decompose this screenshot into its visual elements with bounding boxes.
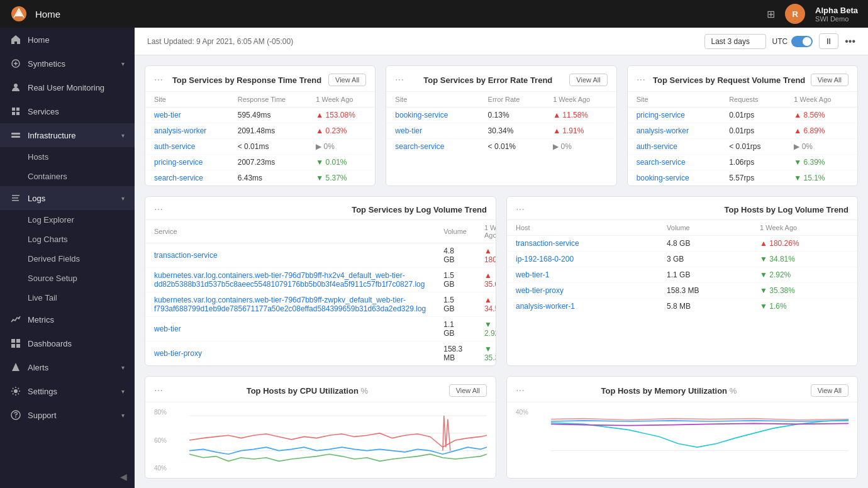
sidebar-item-rum[interactable]: Real User Monitoring (0, 75, 135, 99)
top-row: ⋯ Top Services by Response Time Trend Vi… (145, 65, 858, 186)
trend-value: ▶ 0% (785, 139, 857, 155)
trend-value: ▲ 35.04% (476, 268, 496, 292)
site-link[interactable]: search-service (145, 170, 229, 186)
sidebar-item-logs[interactable]: Logs ▾ (0, 186, 135, 210)
avatar[interactable]: R (785, 4, 805, 24)
sidebar-item-hosts[interactable]: Hosts (0, 147, 135, 167)
site-link[interactable]: pricing-service (145, 155, 229, 170)
table-row: booking-service 0.13% ▲ 11.58% (386, 108, 616, 123)
table-row: auth-service < 0.01rps ▶ 0% (628, 139, 857, 155)
col-requests: Requests (720, 92, 785, 108)
table-row: web-tier-1 1.1 GB ▼ 2.92% (507, 267, 857, 283)
grid-icon[interactable]: ⊞ (767, 8, 775, 20)
site-link[interactable]: auth-service (145, 139, 229, 155)
request-value: < 0.01rps (720, 139, 785, 155)
service-link[interactable]: transaction-service (145, 243, 435, 268)
support-chevron: ▾ (121, 412, 125, 419)
sidebar-logs-label: Logs (28, 194, 115, 203)
sidebar-rum-label: Real User Monitoring (28, 83, 125, 92)
log-services-header: ⋯ Top Services by Log Volume Trend (145, 197, 496, 220)
sidebar-infrastructure-label: Infrastructure (28, 131, 115, 140)
sidebar-item-dashboards[interactable]: Dashboards (0, 331, 135, 355)
sidebar-item-synthetics[interactable]: Synthetics ▾ (0, 52, 135, 75)
sidebar-item-log-explorer[interactable]: Log Explorer (0, 210, 135, 230)
sidebar-item-containers[interactable]: Containers (0, 167, 135, 186)
table-row: kubernetes.var.log.containers.web-tier-7… (145, 268, 496, 292)
cpu-header: ⋯ Top Hosts by CPU Utilization % View Al… (145, 377, 496, 402)
host-link[interactable]: web-tier-proxy (507, 283, 658, 299)
trend-value: ▼ 6.39% (785, 155, 857, 170)
service-link[interactable]: web-tier (145, 317, 435, 341)
sidebar-item-settings[interactable]: Settings ▾ (0, 379, 135, 403)
sidebar-item-live-tail[interactable]: Live Tail (0, 288, 135, 308)
site-link[interactable]: auth-service (628, 139, 720, 155)
col-week-ago-s: 1 Week Ago (476, 220, 496, 243)
request-volume-table: Site Requests 1 Week Ago pricing-service… (628, 92, 857, 186)
site-link[interactable]: search-service (386, 139, 479, 155)
host-link[interactable]: ip-192-168-0-200 (507, 252, 658, 267)
service-link[interactable]: web-tier-proxy (145, 341, 435, 366)
sidebar-support-label: Support (28, 411, 115, 420)
site-link[interactable]: pricing-service (628, 108, 720, 123)
sidebar-item-home[interactable]: Home (0, 28, 135, 52)
trend-value: ▼ 35.38% (751, 283, 857, 299)
sidebar-item-derived-fields[interactable]: Derived Fields (0, 249, 135, 269)
request-value: 5.57rps (720, 170, 785, 186)
svg-rect-13 (16, 339, 20, 343)
utc-toggle-switch[interactable] (791, 36, 813, 47)
svg-rect-15 (16, 344, 20, 348)
site-link[interactable]: web-tier (145, 108, 229, 123)
logo-icon (10, 5, 28, 23)
trend-value: ▲ 153.08% (307, 108, 375, 123)
sidebar-item-infrastructure[interactable]: Infrastructure ▾ (0, 123, 135, 147)
site-link[interactable]: analysis-worker (145, 123, 229, 139)
request-value: 0.01rps (720, 108, 785, 123)
svg-rect-10 (12, 197, 18, 199)
sidebar-item-metrics[interactable]: Metrics (0, 308, 135, 331)
sidebar-item-alerts[interactable]: Alerts ▾ (0, 355, 135, 379)
sidebar-item-services[interactable]: Services (0, 99, 135, 123)
sidebar-item-source-setup[interactable]: Source Setup (0, 269, 135, 288)
host-link[interactable]: transaction-service (507, 236, 658, 252)
memory-view-all[interactable]: View All (811, 384, 849, 397)
time-range-select[interactable]: Last 3 days Last 1 day Last 7 days (704, 34, 766, 49)
request-volume-view-all[interactable]: View All (811, 74, 849, 86)
logs-chevron: ▾ (121, 195, 125, 202)
trend-value: ▲ 11.58% (544, 108, 616, 123)
response-time-card: ⋯ Top Services by Response Time Trend Vi… (145, 65, 376, 186)
service-link[interactable]: kubernetes.var.log.containers.web-tier-7… (145, 268, 435, 292)
sidebar-item-support[interactable]: Support ▾ (0, 403, 135, 427)
trend-value: ▲ 0.23% (307, 123, 375, 139)
host-link[interactable]: web-tier-1 (507, 267, 658, 283)
site-link[interactable]: web-tier (386, 123, 479, 139)
response-time-view-all[interactable]: View All (328, 74, 366, 86)
site-link[interactable]: booking-service (386, 108, 479, 123)
host-link[interactable]: analysis-worker-1 (507, 299, 658, 314)
sidebar-settings-label: Settings (28, 387, 115, 396)
service-link[interactable]: kubernetes.var.log.containers.web-tier-7… (145, 292, 435, 317)
cpu-chart-svg (154, 409, 487, 472)
request-value: 0.01rps (720, 123, 785, 139)
site-link[interactable]: analysis-worker (628, 123, 720, 139)
collapse-sidebar-btn[interactable]: ◀ (0, 472, 135, 482)
sidebar-metrics-label: Metrics (28, 315, 125, 324)
sidebar-item-log-charts[interactable]: Log Charts (0, 230, 135, 249)
volume-value: 4.8 GB (658, 236, 751, 252)
more-options-button[interactable]: ••• (845, 36, 855, 47)
trend-value: ▲ 180.26% (751, 236, 857, 252)
request-volume-card: ⋯ Top Services by Request Volume Trend V… (627, 65, 858, 186)
table-row: pricing-service 2007.23ms ▼ 0.01% (145, 155, 375, 170)
cpu-view-all[interactable]: View All (449, 384, 487, 397)
log-hosts-header: ⋯ Top Hosts by Log Volume Trend (507, 197, 857, 220)
sidebar-home-label: Home (28, 35, 125, 45)
site-link[interactable]: search-service (628, 155, 720, 170)
card-dots-6: ⋯ (154, 385, 163, 396)
content-body: ⋯ Top Services by Response Time Trend Vi… (135, 55, 868, 488)
pause-button[interactable]: ⏸ (819, 33, 838, 49)
table-row: search-service 1.06rps ▼ 6.39% (628, 155, 857, 170)
site-link[interactable]: booking-service (628, 170, 720, 186)
card-dots-5: ⋯ (516, 204, 525, 214)
cpu-y-labels: 80% 60% 40% (154, 409, 167, 472)
error-rate-view-all[interactable]: View All (569, 74, 607, 86)
table-row: web-tier-proxy 158.3 MB ▼ 35.38% (145, 341, 496, 366)
